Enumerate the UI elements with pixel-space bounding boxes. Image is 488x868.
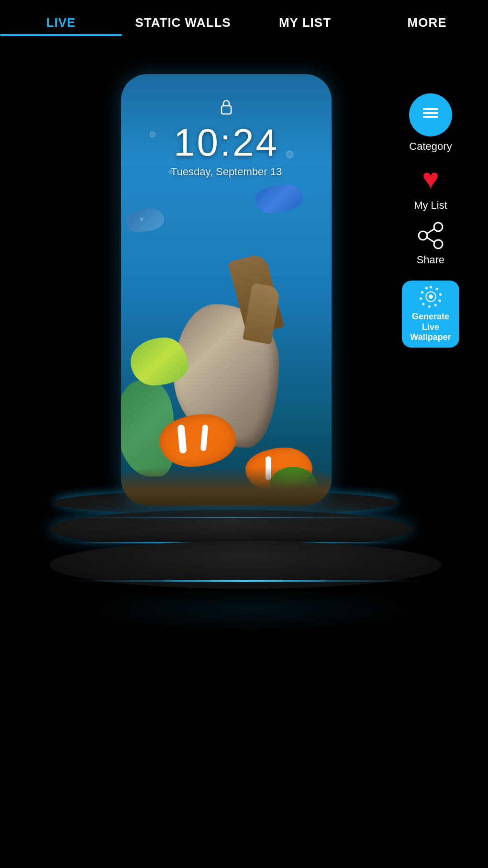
svg-point-15 (422, 303, 424, 305)
nav-active-indicator (0, 34, 122, 36)
svg-point-20 (429, 294, 433, 299)
svg-point-12 (438, 299, 441, 302)
svg-rect-3 (423, 116, 438, 118)
category-label: Category (409, 140, 452, 153)
svg-point-16 (420, 297, 422, 300)
nav-more[interactable]: MORE (366, 9, 488, 36)
pedestal-ring-2 (49, 541, 442, 589)
main-content: 10:24 Tuesday, September 13 (0, 36, 488, 866)
green-fish-decoration (131, 338, 188, 385)
sand-bottom-decoration (121, 467, 332, 505)
category-circle (409, 93, 452, 136)
svg-point-18 (425, 287, 427, 289)
phone-stage: 10:24 Tuesday, September 13 (49, 74, 403, 637)
svg-point-9 (429, 286, 432, 288)
svg-point-5 (419, 231, 427, 240)
sidebar-actions: Category ♥ My List Share (402, 93, 459, 348)
generate-icon (415, 285, 446, 308)
svg-point-6 (434, 240, 443, 248)
svg-point-14 (428, 305, 430, 308)
blue-fish-decoration (255, 184, 303, 213)
left-fish-decoration (126, 208, 164, 232)
phone-date-display: Tuesday, September 13 (121, 166, 332, 178)
share-icon (416, 221, 445, 250)
my-list-button[interactable]: ♥ My List (414, 162, 447, 212)
svg-point-13 (434, 304, 436, 306)
svg-rect-0 (222, 106, 231, 114)
svg-point-10 (435, 288, 438, 290)
svg-point-4 (434, 223, 443, 231)
svg-rect-2 (423, 112, 438, 114)
svg-point-11 (439, 293, 441, 295)
svg-rect-1 (423, 108, 438, 110)
bubble-4 (140, 218, 143, 221)
nav-static-walls[interactable]: STATIC WALLS (122, 9, 244, 36)
category-button[interactable]: Category (409, 93, 452, 153)
pedestal-base (49, 491, 403, 637)
share-label: Share (417, 254, 445, 266)
lock-icon (121, 98, 332, 119)
nav-my-list[interactable]: MY LIST (244, 9, 366, 36)
navigation-bar: LIVE STATIC WALLS MY LIST MORE (0, 0, 488, 36)
phone-mockup: 10:24 Tuesday, September 13 (121, 74, 332, 505)
heart-icon: ♥ (422, 162, 439, 195)
svg-line-8 (427, 237, 434, 242)
svg-line-7 (427, 229, 434, 234)
share-button[interactable]: Share (416, 221, 445, 266)
nav-live[interactable]: LIVE (0, 9, 122, 36)
generate-live-wallpaper-button[interactable]: Generate Live Wallpaper (402, 281, 459, 348)
svg-point-17 (421, 291, 423, 293)
phone-lock-screen-overlay: 10:24 Tuesday, September 13 (121, 74, 332, 178)
phone-time-display: 10:24 (121, 124, 332, 162)
my-list-label: My List (414, 199, 447, 212)
generate-label: Generate Live Wallpaper (407, 312, 455, 343)
category-icon (420, 102, 441, 128)
